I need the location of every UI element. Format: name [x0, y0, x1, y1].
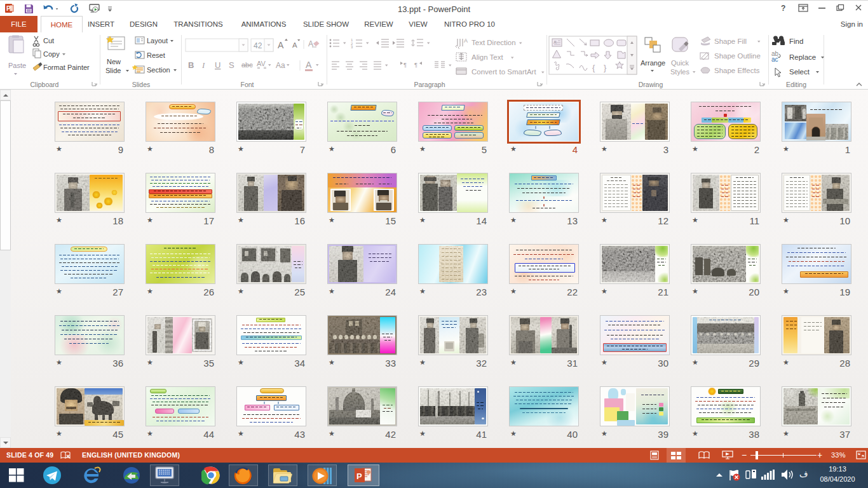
svg-text:A: A: [306, 60, 312, 70]
svg-text:S: S: [229, 60, 234, 70]
svg-text:AV: AV: [257, 60, 266, 67]
svg-text:Reset: Reset: [147, 51, 165, 59]
svg-text:{: {: [592, 63, 595, 72]
svg-text:A: A: [292, 41, 297, 49]
svg-text:Paste: Paste: [8, 62, 26, 69]
svg-text:}: }: [604, 63, 607, 72]
svg-text:3: 3: [351, 45, 353, 49]
svg-text:42: 42: [254, 41, 262, 50]
svg-text:Section: Section: [147, 66, 170, 74]
svg-text:A: A: [278, 40, 284, 50]
svg-text:?: ?: [781, 4, 785, 13]
svg-text:B: B: [188, 60, 194, 70]
svg-text:Cut: Cut: [43, 37, 54, 44]
svg-text:I: I: [201, 60, 205, 70]
svg-text:Styles: Styles: [670, 68, 689, 76]
svg-text:Format Painter: Format Painter: [43, 64, 90, 71]
svg-text:Aa: Aa: [276, 61, 285, 70]
svg-text:A: A: [464, 37, 468, 44]
svg-text:Layout: Layout: [147, 37, 168, 44]
svg-text:Select: Select: [789, 68, 810, 76]
svg-text:Text Direction: Text Direction: [471, 39, 516, 46]
svg-text:abc: abc: [241, 61, 253, 69]
svg-text:Arrange: Arrange: [641, 59, 665, 67]
svg-text:Convert to SmartArt: Convert to SmartArt: [471, 68, 536, 76]
svg-text:Slide: Slide: [105, 67, 121, 74]
svg-text:P: P: [6, 5, 11, 12]
svg-text:P: P: [356, 471, 362, 481]
svg-text:Align Text: Align Text: [471, 53, 503, 61]
svg-text:U: U: [215, 60, 220, 70]
svg-text:¶: ¶: [403, 62, 407, 68]
svg-text:Shape Outline: Shape Outline: [714, 52, 761, 60]
svg-text:Find: Find: [789, 37, 803, 45]
svg-text:Copy: Copy: [43, 50, 60, 58]
svg-text:Replace: Replace: [789, 53, 816, 61]
svg-text:Quick: Quick: [671, 59, 689, 67]
svg-text:Shape Effects: Shape Effects: [714, 67, 760, 74]
svg-text:Shape Fill: Shape Fill: [714, 37, 747, 45]
svg-text:New: New: [107, 58, 121, 65]
svg-text:ac: ac: [771, 56, 778, 63]
svg-text:A: A: [553, 40, 557, 44]
svg-text:¶: ¶: [414, 62, 417, 68]
